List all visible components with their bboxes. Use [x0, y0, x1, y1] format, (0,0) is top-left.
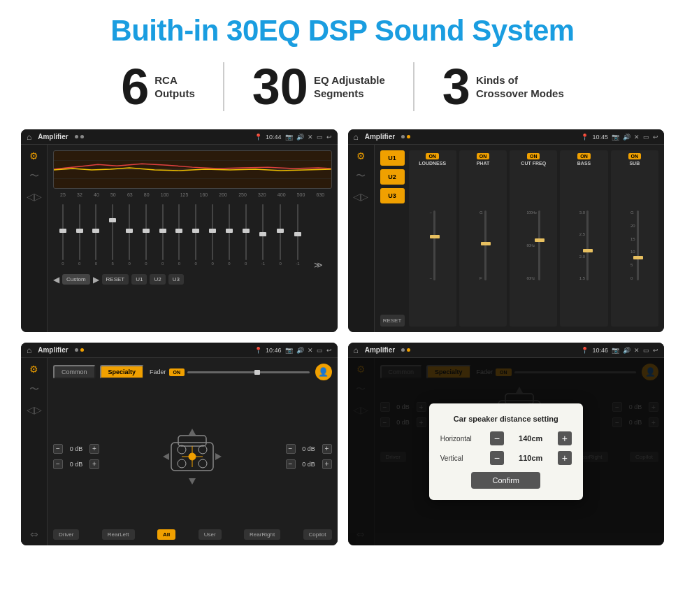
fader-on-btn-3[interactable]: ON [169, 368, 185, 376]
eq-slider-1[interactable]: 0 [62, 200, 64, 270]
amp-u1-btn[interactable]: U1 [380, 150, 405, 166]
plus-btn-bl[interactable]: + [89, 459, 99, 469]
plus-btn-tr[interactable]: + [322, 444, 332, 454]
eq-slider-8[interactable]: 0 [178, 200, 180, 270]
eq-track-14 [280, 204, 281, 260]
next-icon[interactable]: ▶ [93, 275, 99, 285]
svg-rect-4 [178, 436, 206, 446]
eq-val-5: 0 [128, 262, 130, 266]
all-btn[interactable]: All [157, 529, 175, 540]
dialog-overlay: Car speaker distance setting Horizontal … [348, 358, 665, 545]
eq-slider-12[interactable]: 0 [245, 200, 247, 270]
amp-u3-btn[interactable]: U3 [380, 188, 405, 203]
person-icon-3[interactable]: 👤 [315, 364, 332, 380]
eq-track-13 [262, 204, 264, 260]
prev-icon[interactable]: ◀ [53, 275, 59, 285]
time-4: 10:46 [592, 347, 608, 354]
amp-vslider-loudness [433, 210, 435, 280]
eq-slider-13[interactable]: -1 [261, 200, 265, 270]
sidebar-2: ⚙ 〜 ◁▷ [348, 145, 375, 332]
dialog-horizontal-minus[interactable]: − [490, 431, 504, 445]
minus-btn-tl[interactable]: − [53, 444, 63, 454]
confirm-button[interactable]: Confirm [471, 472, 540, 489]
ch-slider-cutfreq[interactable]: 100Hz 80Hz 60Hz [527, 167, 540, 324]
ch-slider-sub[interactable]: G 20 15 10 5 0 [630, 167, 639, 324]
dialog-horizontal-plus[interactable]: + [558, 431, 572, 445]
on-badge-bass: ON [577, 153, 591, 159]
ch-slider-loudness[interactable]: ~ ~ [429, 167, 435, 324]
back-icon-4[interactable]: ↩ [653, 347, 658, 354]
wave-icon-3[interactable]: 〜 [29, 383, 39, 396]
dialog-vertical-minus[interactable]: − [490, 451, 504, 465]
eq-slider-9[interactable]: 0 [195, 200, 197, 270]
u3-btn[interactable]: U3 [168, 274, 184, 285]
home-icon-2[interactable]: ⌂ [354, 132, 359, 142]
plus-btn-tl[interactable]: + [89, 444, 99, 454]
copilot-btn[interactable]: Copilot [303, 529, 332, 540]
app-name-2: Amplifier [365, 133, 395, 141]
home-icon-3[interactable]: ⌂ [27, 345, 31, 355]
wave-icon[interactable]: 〜 [29, 170, 39, 182]
dialog-vertical-plus[interactable]: + [558, 451, 572, 465]
eq-slider-10[interactable]: 0 [211, 200, 213, 270]
eq-icon-2[interactable]: ⚙ [356, 150, 366, 162]
amp-u2-btn[interactable]: U2 [380, 169, 405, 185]
eq-slider-15[interactable]: -1 [296, 200, 299, 270]
eq-val-15: -1 [296, 262, 299, 266]
freq-125: 125 [180, 192, 189, 197]
plus-btn-br[interactable]: + [322, 459, 332, 469]
status-dots-4 [401, 348, 410, 352]
eq-slider-11[interactable]: 0 [228, 200, 230, 270]
user-btn[interactable]: User [199, 529, 222, 540]
db-val-tr: 0 dB [298, 445, 319, 452]
amp-vslider-bass [586, 210, 589, 280]
speaker-icon-3[interactable]: ◁▷ [27, 404, 42, 415]
eq-thumb-7 [159, 229, 166, 233]
eq-slider-5[interactable]: 0 [128, 200, 130, 270]
u1-btn[interactable]: U1 [131, 274, 147, 285]
speaker-icon[interactable]: ◁▷ [27, 191, 42, 202]
driver-btn[interactable]: Driver [53, 529, 79, 540]
minus-btn-bl[interactable]: − [53, 459, 63, 469]
eq-slider-6[interactable]: 0 [145, 200, 147, 270]
eq-slider-2[interactable]: 0 [78, 200, 80, 270]
back-icon-2[interactable]: ↩ [653, 134, 658, 141]
ch-slider-phat[interactable]: G F [480, 167, 486, 324]
dialog-vertical-label: Vertical [440, 454, 486, 462]
eq-val-10: 0 [211, 262, 213, 266]
rearleft-btn[interactable]: RearLeft [102, 529, 135, 540]
eq-icon-3[interactable]: ⚙ [29, 364, 38, 375]
status-bar-3: ⌂ Amplifier 📍 10:46 📷 🔊 ✕ ▭ ↩ [21, 343, 338, 358]
amp-main-container: U1 U2 U3 RESET ON LOUDNESS [380, 150, 659, 327]
eq-slider-4[interactable]: 5 [112, 200, 114, 270]
back-icon-3[interactable]: ↩ [326, 347, 332, 354]
minus-btn-br[interactable]: − [286, 459, 296, 469]
common-tab[interactable]: Common [53, 365, 96, 379]
back-icon-1[interactable]: ↩ [326, 134, 332, 141]
custom-btn[interactable]: Custom [62, 274, 90, 285]
amp-reset-btn[interactable]: RESET [380, 315, 405, 327]
eq-slider-14[interactable]: 0 [280, 200, 282, 270]
ch-labels-loudness: ~ ~ [429, 210, 432, 280]
eq-icon[interactable]: ⚙ [29, 150, 38, 162]
app-name-4: Amplifier [365, 346, 395, 354]
status-dots-2 [401, 135, 410, 138]
eq-track-4 [112, 204, 113, 260]
reset-btn-1[interactable]: RESET [102, 274, 129, 285]
rearright-btn[interactable]: RearRight [244, 529, 280, 540]
expand-icon[interactable]: ≫ [314, 260, 323, 270]
eq-track-8 [178, 204, 180, 260]
specialty-tab[interactable]: Specialty [100, 365, 145, 379]
minus-btn-tr[interactable]: − [286, 444, 296, 454]
arrows-icon-3[interactable]: ⇔ [30, 529, 38, 540]
eq-val-8: 0 [178, 262, 180, 266]
db-control-tr: − 0 dB + [286, 444, 332, 454]
home-icon-1[interactable]: ⌂ [27, 132, 31, 142]
ch-slider-bass[interactable]: 3.0 2.5 2.0 1.5 [579, 167, 589, 324]
u2-btn[interactable]: U2 [150, 274, 165, 285]
speaker-icon-2[interactable]: ◁▷ [353, 191, 368, 202]
eq-slider-7[interactable]: 0 [161, 200, 164, 270]
home-icon-4[interactable]: ⌂ [354, 345, 359, 355]
wave-icon-2[interactable]: 〜 [356, 170, 366, 182]
eq-slider-3[interactable]: 0 [95, 200, 97, 270]
